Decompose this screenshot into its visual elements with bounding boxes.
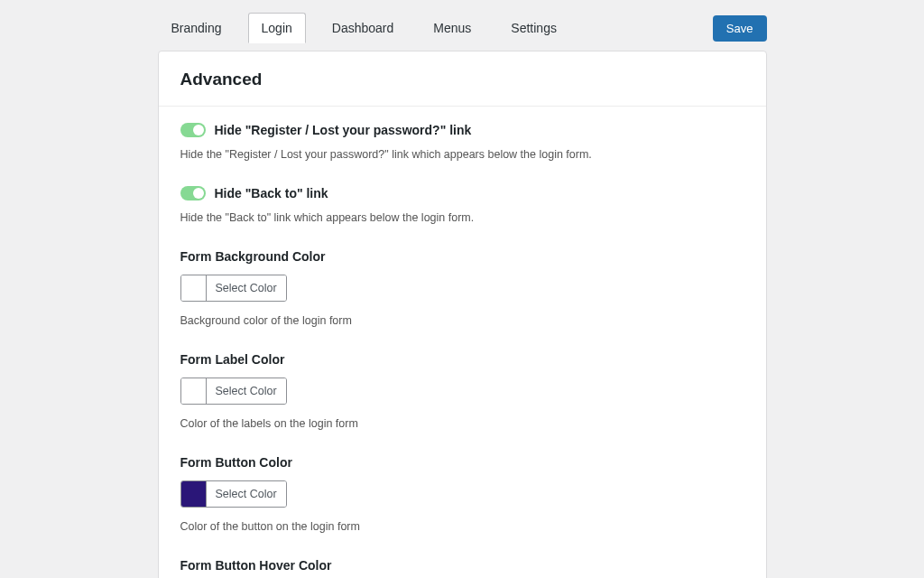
panel-title: Advanced xyxy=(159,51,766,107)
setting-desc: Hide the "Back to" link which appears be… xyxy=(180,211,744,224)
color-picker-form-button[interactable]: Select Color xyxy=(180,480,287,508)
setting-title: Form Background Color xyxy=(180,249,744,264)
save-button[interactable]: Save xyxy=(713,15,767,42)
settings-panel: Advanced Hide "Register / Lost your pass… xyxy=(158,51,767,578)
panel-content: Hide "Register / Lost your password?" li… xyxy=(159,107,766,578)
setting-desc: Color of the labels on the login form xyxy=(180,417,744,430)
setting-title: Form Label Color xyxy=(180,352,744,367)
setting-title: Form Button Hover Color xyxy=(180,558,744,573)
color-picker-form-bg[interactable]: Select Color xyxy=(180,275,287,302)
color-swatch xyxy=(181,275,207,301)
toggle-hide-register[interactable] xyxy=(180,123,206,137)
setting-desc: Background color of the login form xyxy=(180,314,744,327)
select-color-label: Select Color xyxy=(207,378,286,404)
setting-form-button-color: Form Button Color Select Color Color of … xyxy=(180,455,744,533)
color-swatch xyxy=(181,481,207,507)
tab-settings[interactable]: Settings xyxy=(497,13,570,43)
color-picker-form-label[interactable]: Select Color xyxy=(180,378,287,405)
tab-login[interactable]: Login xyxy=(248,13,306,43)
setting-form-label-color: Form Label Color Select Color Color of t… xyxy=(180,352,744,430)
toggle-hide-back-to[interactable] xyxy=(180,186,206,200)
select-color-label: Select Color xyxy=(207,275,286,301)
setting-hide-register: Hide "Register / Lost your password?" li… xyxy=(180,123,744,161)
tabs: Branding Login Dashboard Menus Settings xyxy=(158,13,570,43)
setting-hide-back-to: Hide "Back to" link Hide the "Back to" l… xyxy=(180,186,744,224)
tab-branding[interactable]: Branding xyxy=(158,13,236,43)
top-bar: Branding Login Dashboard Menus Settings … xyxy=(158,5,767,43)
tab-menus[interactable]: Menus xyxy=(420,13,485,43)
setting-title: Hide "Back to" link xyxy=(215,186,328,200)
tab-dashboard[interactable]: Dashboard xyxy=(319,13,408,43)
setting-desc: Hide the "Register / Lost your password?… xyxy=(180,148,744,161)
color-swatch xyxy=(181,378,207,404)
select-color-label: Select Color xyxy=(207,481,286,507)
setting-desc: Color of the button on the login form xyxy=(180,520,744,533)
setting-title: Hide "Register / Lost your password?" li… xyxy=(215,123,472,137)
setting-title: Form Button Color xyxy=(180,455,744,470)
setting-form-bg-color: Form Background Color Select Color Backg… xyxy=(180,249,744,327)
setting-form-button-hover-color: Form Button Hover Color Select Color xyxy=(180,558,744,578)
